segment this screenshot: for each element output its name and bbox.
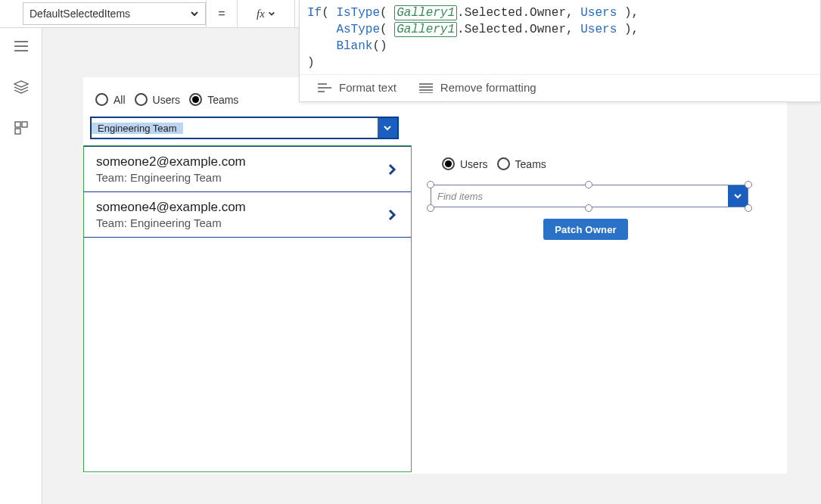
filter-radio-users[interactable]: Users bbox=[135, 93, 181, 106]
equals-label: = bbox=[206, 0, 238, 27]
radio-icon bbox=[95, 93, 108, 106]
list-item-email: someone2@example.com bbox=[96, 154, 246, 170]
selection-handle[interactable] bbox=[585, 204, 592, 212]
list-item-team: Team: Engineering Team bbox=[96, 216, 246, 229]
property-select-label: DefaultSelectedItems bbox=[30, 8, 130, 20]
patch-owner-button[interactable]: Patch Owner bbox=[543, 219, 628, 240]
filter-radio-teams[interactable]: Teams bbox=[189, 93, 238, 106]
format-text-icon bbox=[318, 82, 331, 93]
gallery[interactable]: someone2@example.com Team: Engineering T… bbox=[83, 145, 412, 472]
layers-icon[interactable] bbox=[14, 79, 29, 95]
chevron-down-icon bbox=[728, 185, 748, 207]
remove-formatting-button[interactable]: Remove formatting bbox=[419, 81, 536, 94]
team-dropdown[interactable]: Engineering Team bbox=[90, 117, 399, 139]
hamburger-icon[interactable] bbox=[14, 39, 29, 54]
formula-toolbar: Format text Remove formatting bbox=[300, 74, 820, 101]
radio-icon bbox=[497, 157, 510, 170]
list-item[interactable]: someone2@example.com Team: Engineering T… bbox=[84, 146, 411, 192]
owner-radio-teams[interactable]: Teams bbox=[497, 157, 546, 170]
svg-rect-13 bbox=[15, 129, 20, 134]
list-item-team: Team: Engineering Team bbox=[96, 171, 246, 184]
owner-radio-users[interactable]: Users bbox=[442, 157, 488, 170]
left-rail bbox=[0, 28, 42, 504]
fx-dropdown[interactable]: fx bbox=[238, 0, 295, 27]
chevron-down-icon bbox=[190, 9, 199, 18]
radio-icon bbox=[189, 93, 202, 106]
list-item-email: someone4@example.com bbox=[96, 200, 246, 215]
property-select[interactable]: DefaultSelectedItems bbox=[23, 2, 206, 25]
team-dropdown-value: Engineering Team bbox=[92, 123, 183, 134]
components-icon[interactable] bbox=[14, 120, 29, 135]
remove-formatting-icon bbox=[419, 82, 433, 93]
chevron-down-icon bbox=[378, 118, 397, 138]
owner-combobox-input[interactable] bbox=[431, 191, 704, 202]
chevron-right-icon bbox=[385, 163, 399, 176]
svg-rect-12 bbox=[22, 122, 27, 127]
screen: All Users Teams Engineering Team bbox=[83, 77, 787, 474]
radio-icon bbox=[442, 157, 455, 170]
formula-text[interactable]: If( IsType( Gallery1.Selected.Owner, Use… bbox=[300, 0, 820, 74]
radio-icon bbox=[135, 93, 148, 106]
selection-handle[interactable] bbox=[745, 181, 752, 188]
svg-marker-10 bbox=[14, 81, 28, 87]
chevron-down-icon bbox=[268, 10, 275, 17]
format-text-button[interactable]: Format text bbox=[318, 81, 397, 94]
selection-handle[interactable] bbox=[427, 181, 434, 188]
gallery-column: All Users Teams Engineering Team bbox=[83, 77, 414, 474]
selection-handle[interactable] bbox=[745, 204, 752, 212]
selection-handle[interactable] bbox=[427, 204, 434, 212]
chevron-right-icon bbox=[385, 208, 399, 222]
fx-label: fx bbox=[257, 8, 265, 20]
list-item[interactable]: someone4@example.com Team: Engineering T… bbox=[84, 192, 411, 238]
formula-bar[interactable]: If( IsType( Gallery1.Selected.Owner, Use… bbox=[299, 0, 821, 102]
svg-rect-11 bbox=[15, 122, 20, 127]
filter-radio-all[interactable]: All bbox=[95, 93, 126, 106]
selection-handle[interactable] bbox=[585, 181, 592, 188]
